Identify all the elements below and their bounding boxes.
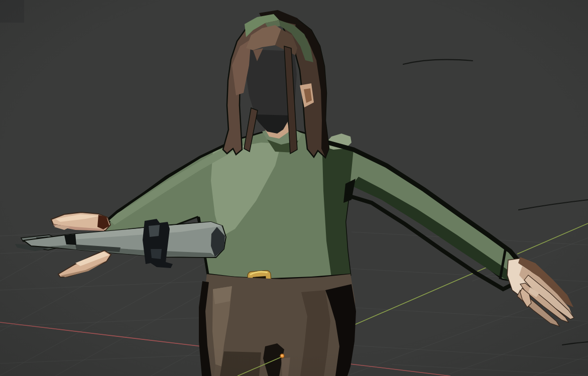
object-origin-dot [280,354,284,358]
pants-bottom-left-dark [220,351,261,376]
origin-dot-core [281,355,283,356]
corner-shade [0,0,24,23]
rifle-notch [64,234,76,245]
3d-viewport[interactable] [0,0,588,376]
pants [199,274,356,376]
bracket-highlight2 [151,249,162,259]
bracket-highlight [149,225,160,237]
